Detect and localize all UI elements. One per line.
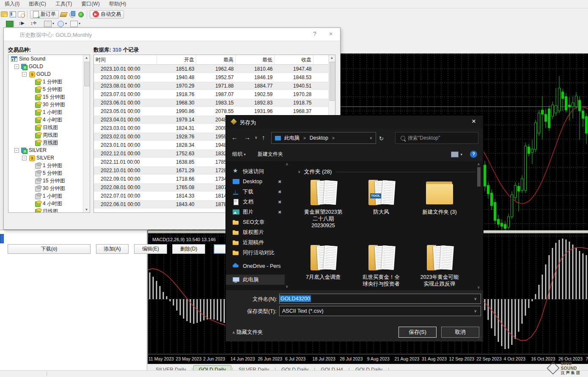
profiles-icon[interactable] (68, 11, 77, 18)
sidebar-item-版权图片[interactable]: 版权图片 (226, 227, 285, 237)
saveas-close-icon[interactable]: × (469, 117, 479, 126)
menu-item-0[interactable]: 插入(I) (0, 0, 24, 8)
tree-item-GOLD[interactable]: −$GOLD (8, 70, 90, 78)
sidebar-item-OneDrive - Pers[interactable]: OneDrive - Pers (226, 261, 285, 271)
tree-item-30 分钟图[interactable]: 30 分钟图 (8, 184, 90, 192)
tree-item-5 分钟图[interactable]: 5 分钟图 (8, 169, 90, 177)
panel-icon (0, 234, 4, 243)
cancel-button[interactable]: 取消 (441, 327, 479, 338)
tree-item-周线图[interactable]: 周线图 (8, 131, 90, 139)
tree-item-30 分钟图[interactable]: 30 分钟图 (8, 101, 90, 108)
back-icon[interactable]: ← (231, 134, 238, 141)
history-button-1[interactable]: 添加(A) (96, 244, 129, 254)
close-button[interactable]: × (327, 30, 335, 37)
tree-item-日线图[interactable]: 日线图 (8, 207, 90, 213)
tree-item-Sino Sound[interactable]: Sino Sound (8, 55, 90, 63)
folder-tile-新建文件夹 (3)[interactable]: 新建文件夹 (3) (412, 179, 467, 215)
files-scrollbar[interactable]: ∧ ∨ (476, 161, 481, 290)
tree-item-1 分钟图[interactable]: 1 分钟图 (8, 162, 90, 169)
filename-input[interactable]: GOLD43200∨ (279, 294, 481, 304)
tree-item-SILVER[interactable]: −$SILVER (8, 154, 90, 162)
auto-trading-button[interactable]: ▶自动交易 (90, 10, 124, 19)
download-icon: ↓ (233, 189, 239, 195)
tree-item-4 小时图[interactable]: 4 小时图 (8, 200, 90, 207)
saveas-help-icon[interactable]: ? (470, 151, 477, 158)
saveas-title-bar[interactable] (226, 116, 483, 129)
refresh-icon[interactable]: ↻ (379, 135, 384, 142)
tree-item-5 分钟图[interactable]: 5 分钟图 (8, 85, 90, 93)
folder-tile-黄金展望2023第[interactable]: 黄金展望2023第二十八期20230925 (296, 179, 350, 229)
sidebar-item-快速访问[interactable]: ★快速访问 (226, 166, 285, 176)
history-row[interactable]: 2023.10.01 00:001851.631962.481810.46194… (94, 65, 335, 74)
sidebar-item-下载[interactable]: ↓下载✚ (226, 187, 285, 197)
column-header-收盘[interactable]: 收盘 (275, 55, 313, 65)
tree-scrollbar[interactable]: ▲ ▼ (83, 55, 90, 212)
folder-tile-乱世买黄金！全[interactable]: 乱世买黄金！全球央行与投资者 (354, 244, 408, 287)
filetype-select[interactable]: ASCII Text (*.csv)∨ (279, 306, 481, 316)
folder-tile-2023年黄金可能[interactable]: 2023年黄金可能实现止跌反弹 (412, 244, 467, 287)
view-dropdown-icon[interactable]: ▾ (460, 152, 462, 157)
tree-item-GOLD[interactable]: −$GOLD (8, 63, 90, 70)
resize-grip[interactable]: ⋰ (478, 336, 482, 340)
tree-item-15 分钟图[interactable]: 15 分钟图 (8, 93, 90, 101)
view-thumbnails-icon[interactable] (451, 151, 459, 157)
history-row[interactable]: 2023.07.01 00:001918.761987.071902.59197… (94, 90, 335, 99)
market-watch-icon[interactable] (8, 11, 17, 18)
address-bar[interactable]: 此电脑 > Desktop > ∨ (271, 132, 376, 144)
sidebar-item-SEO文章[interactable]: SEO文章 (226, 217, 285, 227)
folders-group-header[interactable]: ∨文件夹 (28) (298, 168, 475, 176)
db-gray-icon (35, 163, 41, 168)
up-icon[interactable]: ↑ (262, 134, 265, 141)
new-order-button[interactable]: +新订单 (30, 10, 59, 19)
folder-tile-7月底入金调查[interactable]: 7月底入金调查 (296, 244, 350, 281)
history-row[interactable]: 2023.06.01 00:001968.301983.151892.83191… (94, 99, 335, 107)
tree-item-月线图[interactable]: 月线图 (8, 139, 90, 146)
folder-tile-防大风[interactable]: TOOL防大风 (354, 179, 408, 215)
history-button-3[interactable]: 删除(D) (172, 244, 205, 254)
new-folder-button[interactable]: 新建文件夹 (258, 151, 283, 158)
history-row[interactable]: 2023.08.01 00:001970.291971.881884.77194… (94, 82, 335, 90)
column-header-开盘[interactable]: 开盘 (157, 55, 196, 65)
tree-item-1 分钟图[interactable]: 1 分钟图 (8, 78, 90, 85)
history-row[interactable]: 2023.05.01 00:001990.862078.551931.96196… (94, 107, 335, 116)
tree-item-日线图[interactable]: 日线图 (8, 124, 90, 131)
history-row[interactable]: 2023.09.01 00:001940.481952.571846.19184… (94, 73, 335, 82)
chart-shift-icon[interactable] (60, 11, 68, 18)
hide-folders-button[interactable]: ∧ 隐藏文件夹 (232, 329, 263, 336)
menu-item-1[interactable]: 图表(C) (24, 0, 51, 8)
history-button-2[interactable]: 编辑(E) (134, 244, 167, 254)
breadcrumb-folder[interactable]: Desktop (309, 135, 329, 141)
help-button[interactable]: ? (310, 30, 319, 37)
column-header-最高[interactable]: 最高 (196, 55, 236, 65)
sidebar-item-文档[interactable]: 文档✚ (226, 197, 285, 207)
sidebar-item-近期稿件[interactable]: 近期稿件 (226, 237, 285, 248)
sidebar-scrollbar[interactable]: ∧ ∨ (285, 161, 291, 290)
sidebar-item-此电脑[interactable]: 此电脑 (226, 275, 285, 285)
menu-item-2[interactable]: 工具(T) (51, 0, 77, 8)
favorites-folder-icon[interactable]: ★ (0, 11, 8, 18)
news-icon[interactable] (77, 11, 85, 18)
data-window-icon[interactable] (17, 11, 25, 18)
tree-item-1 小时图[interactable]: 1 小时图 (8, 192, 90, 200)
column-header-时间[interactable]: 时间 (94, 55, 157, 65)
menu-item-3[interactable]: 窗口(W) (77, 0, 104, 8)
tree-item-4 小时图[interactable]: 4 小时图 (8, 116, 90, 124)
breadcrumb-root[interactable]: 此电脑 (283, 135, 300, 142)
sidebar-item-Desktop[interactable]: Desktop✚ (226, 176, 285, 187)
forward-icon[interactable]: → (244, 134, 250, 141)
address-dropdown-icon[interactable]: ∨ (369, 136, 376, 140)
history-button-0[interactable]: 下载(o) (8, 244, 91, 254)
save-button[interactable]: 保存(S) (398, 327, 437, 338)
tree-item-1 小时图[interactable]: 1 小时图 (8, 108, 90, 116)
search-box[interactable]: 搜索"Desktop" (395, 132, 478, 144)
saveas-command-bar: 组织 ▾ 新建文件夹 ▾ ? (226, 147, 483, 162)
organize-button[interactable]: 组织 ▾ (232, 151, 246, 158)
tree-item-SILVER[interactable]: −$SILVER (8, 146, 90, 154)
sidebar-item-同行活动对比[interactable]: 同行活动对比 (226, 248, 285, 258)
tree-item-15 分钟图[interactable]: 15 分钟图 (8, 177, 90, 184)
sidebar-item-图片[interactable]: 图片✚ (226, 207, 285, 217)
status-divider (47, 371, 47, 376)
history-dropdown-icon[interactable]: ∨ (255, 135, 258, 140)
column-header-最低[interactable]: 最低 (236, 55, 275, 65)
menu-item-4[interactable]: 帮助(H) (104, 0, 131, 8)
